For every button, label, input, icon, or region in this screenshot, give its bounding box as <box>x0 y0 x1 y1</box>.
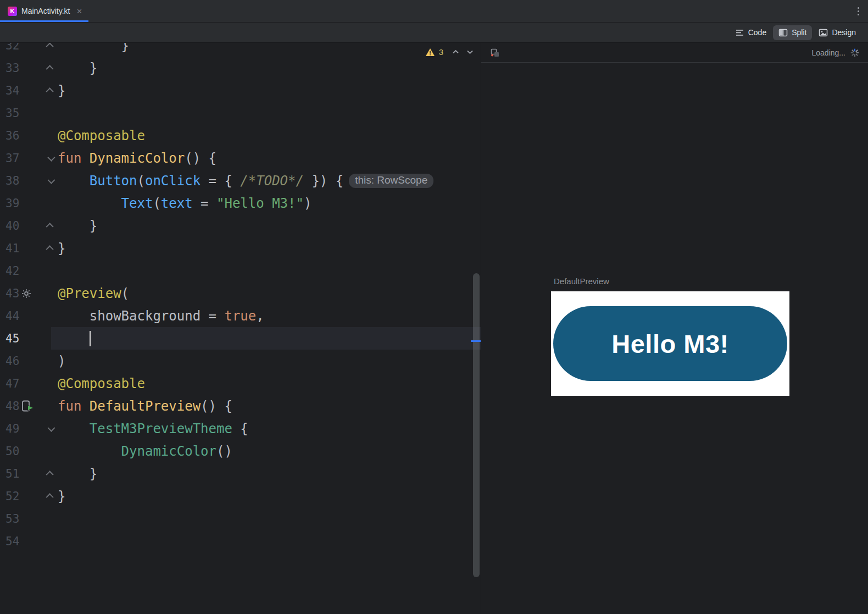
code-text: fun DynamicColor() { <box>58 147 216 169</box>
run-preview-icon[interactable] <box>21 400 35 412</box>
preview-button[interactable]: Hello M3! <box>553 306 787 381</box>
fold-up-icon[interactable] <box>46 469 55 478</box>
editor-scrollbar-thumb[interactable] <box>473 273 480 577</box>
view-options-icon[interactable] <box>490 48 500 58</box>
code-line[interactable]: 39 Text(text = "Hello M3!") <box>0 192 481 214</box>
code-text: } <box>58 214 97 237</box>
line-number: 44 <box>5 309 19 323</box>
code-token: } <box>58 218 97 234</box>
gear-icon[interactable] <box>21 288 32 299</box>
code-line[interactable]: 50 DynamicColor() <box>0 440 481 462</box>
code-token: TestM3PreviewTheme <box>90 421 232 436</box>
editor-gutter: 44 <box>0 305 58 327</box>
editor-gutter: 53 <box>0 507 58 530</box>
code-line[interactable]: 49 TestM3PreviewTheme { <box>0 417 481 440</box>
code-view-button[interactable]: Code <box>730 25 772 40</box>
code-token: "Hello M3!" <box>216 196 304 211</box>
warning-count: 3 <box>439 47 443 57</box>
code-line[interactable]: 52} <box>0 485 481 507</box>
inlay-hint[interactable]: this: RowScope <box>349 174 433 188</box>
line-number: 50 <box>5 445 19 458</box>
fold-up-icon[interactable] <box>46 64 55 73</box>
preview-composable-name[interactable]: DefaultPreview <box>554 276 609 286</box>
code-line[interactable]: 35 <box>0 102 481 124</box>
code-line[interactable]: 32 } <box>0 43 481 57</box>
code-line[interactable]: 48fun DefaultPreview() { <box>0 395 481 417</box>
fold-up-icon[interactable] <box>46 222 55 230</box>
code-line[interactable]: 42 <box>0 259 481 282</box>
design-view-button[interactable]: Design <box>813 25 861 40</box>
code-token <box>58 331 90 346</box>
line-number: 52 <box>5 490 19 503</box>
kotlin-file-icon: K <box>8 7 17 16</box>
design-icon <box>819 28 828 37</box>
line-number: 41 <box>5 242 19 255</box>
line-number: 43 <box>5 287 19 300</box>
code-line[interactable]: 37fun DynamicColor() { <box>0 147 481 169</box>
code-text: } <box>58 237 65 259</box>
next-problem-button[interactable] <box>465 47 475 57</box>
code-token: = <box>193 196 216 211</box>
code-token: true <box>224 308 256 324</box>
code-token: = { <box>201 173 240 189</box>
code-token: } <box>58 60 97 76</box>
line-number: 49 <box>5 422 19 435</box>
code-text: Text(text = "Hello M3!") <box>58 192 311 214</box>
code-line[interactable]: 38 Button(onClick = { /*TODO*/ }) {this:… <box>0 169 481 192</box>
code-line[interactable]: 47@Composable <box>0 372 481 395</box>
code-line[interactable]: 51 } <box>0 462 481 485</box>
code-icon <box>735 28 744 37</box>
code-editor[interactable]: 32 }33 }34}3536@Composable37fun DynamicC… <box>0 43 481 614</box>
code-text: } <box>58 79 65 102</box>
code-line[interactable]: 46) <box>0 350 481 372</box>
spinner-icon <box>850 48 859 57</box>
close-tab-icon[interactable]: × <box>76 7 82 16</box>
code-token: @Composable <box>58 376 145 391</box>
code-line[interactable]: 41} <box>0 237 481 259</box>
editor-gutter: 41 <box>0 237 58 259</box>
editor-gutter: 43 <box>0 282 58 305</box>
code-text: ) <box>58 350 65 372</box>
code-token: DefaultPreview <box>90 399 201 414</box>
code-text: showBackground = true, <box>58 305 264 327</box>
code-token: } <box>58 43 129 53</box>
code-token <box>58 196 121 211</box>
preview-button-label: Hello M3! <box>611 329 728 359</box>
kebab-vertical-icon[interactable] <box>858 7 859 15</box>
code-token: Text <box>121 196 153 211</box>
caret-stripe-mark[interactable] <box>471 340 481 342</box>
fold-up-icon[interactable] <box>46 492 55 501</box>
code-line[interactable]: 40 } <box>0 214 481 237</box>
fold-up-icon[interactable] <box>46 86 55 95</box>
editor-gutter: 48 <box>0 395 58 417</box>
code-line[interactable]: 34} <box>0 79 481 102</box>
loading-status-text: Loading... <box>812 48 846 57</box>
code-line[interactable]: 43@Preview( <box>0 282 481 305</box>
editor-gutter: 54 <box>0 530 58 552</box>
code-line[interactable]: 54 <box>0 530 481 552</box>
code-line[interactable]: 36@Composable <box>0 124 481 147</box>
code-token: showBackground = <box>58 308 224 324</box>
tab-mainactivity[interactable]: K MainActivity.kt × <box>0 0 88 22</box>
fold-down-icon[interactable] <box>46 154 55 163</box>
editor-gutter: 36 <box>0 124 58 147</box>
fold-down-icon[interactable] <box>46 424 55 433</box>
preview-frame[interactable]: Hello M3! <box>551 291 789 396</box>
fold-down-icon[interactable] <box>46 176 55 185</box>
code-token: /*TODO*/ <box>240 173 304 189</box>
code-token: DynamicColor <box>90 151 185 166</box>
editor-gutter: 45 <box>0 327 58 350</box>
fold-up-icon[interactable] <box>46 43 55 50</box>
code-line[interactable]: 33 } <box>0 57 481 79</box>
editor-gutter: 51 <box>0 462 58 485</box>
code-token: fun <box>58 151 90 166</box>
code-line[interactable]: 45 <box>0 327 481 350</box>
code-text: TestM3PreviewTheme { <box>58 417 248 440</box>
line-number: 34 <box>5 84 19 97</box>
warning-triangle-icon[interactable] <box>425 48 435 57</box>
split-view-button[interactable]: Split <box>773 25 812 40</box>
code-line[interactable]: 53 <box>0 507 481 530</box>
fold-up-icon[interactable] <box>46 244 55 253</box>
code-line[interactable]: 44 showBackground = true, <box>0 305 481 327</box>
previous-problem-button[interactable] <box>450 47 461 57</box>
